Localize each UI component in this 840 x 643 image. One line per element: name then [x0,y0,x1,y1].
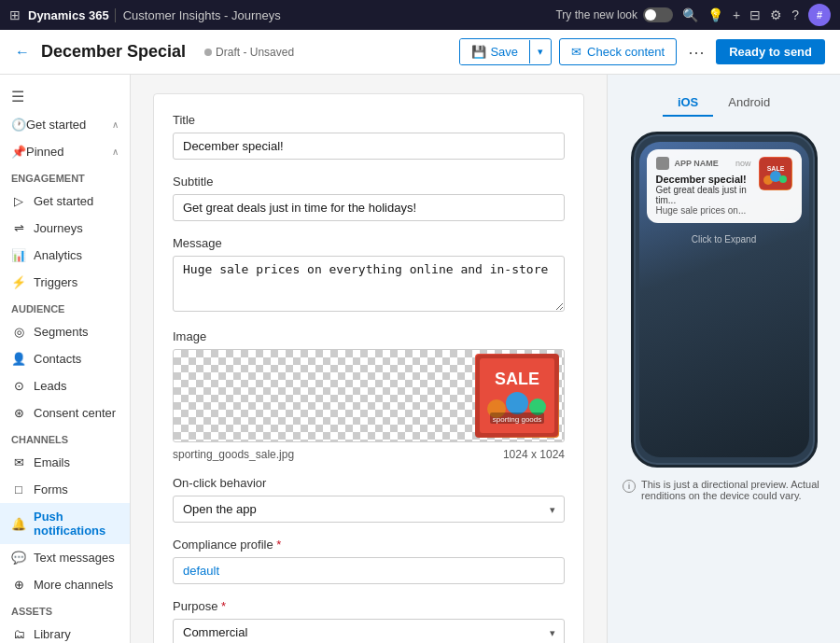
sidebar-item-segments[interactable]: ◎ Segments [0,318,130,345]
library-icon: 🗂 [11,627,26,641]
status-indicator [204,49,212,56]
forms-icon: □ [11,482,26,496]
sidebar-item-pinned[interactable]: 📌 Pinned ∧ [0,138,130,165]
form-area: Title Subtitle Message Huge sale prices … [131,75,607,643]
more-options-button[interactable]: ⋯ [684,42,708,63]
notif-app-row: APP NAME now [656,157,751,170]
tab-android[interactable]: Android [713,90,785,117]
sidebar-item-consent-center[interactable]: ⊛ Consent center [0,399,130,426]
pinned-icon: 📌 [11,145,26,159]
svg-text:SALE: SALE [766,165,784,172]
save-dropdown-button[interactable]: ▾ [529,40,551,63]
image-group: Image SALE sportin [173,329,565,461]
subtitle-input[interactable] [173,194,565,221]
check-icon: ✉ [571,45,581,59]
save-button-group: 💾 Save ▾ [459,38,552,65]
subtitle-group: Subtitle [173,175,565,221]
avatar[interactable]: # [808,4,831,26]
search-icon[interactable]: 🔍 [682,7,698,22]
sidebar-item-get-started[interactable]: ▷ Get started [0,188,130,215]
form-card: Title Subtitle Message Huge sale prices … [153,93,584,643]
notif-app-icon [656,157,669,170]
secondary-toolbar: ← December Special Draft - Unsaved 💾 Sav… [0,30,840,75]
check-content-label: Check content [587,45,665,59]
phone-mockup: APP NAME now December special! Get great… [631,132,818,468]
journeys-icon: ⇌ [11,221,26,235]
toggle-switch[interactable] [643,7,673,22]
tab-ios[interactable]: iOS [663,90,713,117]
image-area[interactable]: SALE sporting goods [173,349,565,442]
engagement-section-label: Engagement [0,165,130,188]
sidebar-item-library[interactable]: 🗂 Library [0,621,130,643]
triggers-icon: ⚡ [11,275,26,289]
segments-label: Segments [34,325,89,339]
journeys-label: Journeys [34,221,83,235]
sidebar-item-leads[interactable]: ⊙ Leads [0,372,130,399]
onclick-select[interactable]: Open the app [173,496,565,523]
draft-status: Draft - Unsaved [204,46,294,59]
onclick-select-wrapper: Open the app ▾ [173,496,565,523]
page-title: December Special [41,42,186,62]
recent-icon: 🕐 [11,118,26,132]
text-messages-label: Text messages [34,551,115,565]
onclick-group: On-click behavior Open the app ▾ [173,476,565,523]
message-textarea[interactable]: Huge sale prices on everything online an… [173,256,565,312]
new-look-toggle[interactable]: Try the new look [555,7,673,22]
settings-icon[interactable]: ⚙ [770,7,782,22]
sidebar-item-text-messages[interactable]: 💬 Text messages [0,544,130,571]
sidebar-item-more-channels[interactable]: ⊕ More channels [0,571,130,598]
recent-expand-icon: ∧ [112,119,119,130]
sidebar-item-push-notifications[interactable]: 🔔 Push notifications [0,503,130,544]
notif-time: now [735,159,751,168]
expand-label: Click to Expand [639,231,809,248]
purpose-required: * [221,599,226,613]
back-button[interactable]: ← [15,44,30,61]
sidebar-item-analytics[interactable]: 📊 Analytics [0,242,130,269]
check-content-button[interactable]: ✉ Check content [559,38,677,65]
apps-icon[interactable]: ⊞ [9,7,21,22]
contacts-label: Contacts [34,352,81,366]
emails-label: Emails [34,455,70,469]
sale-image: SALE sporting goods [475,354,559,438]
plus-icon[interactable]: + [733,7,740,22]
push-notifications-icon: 🔔 [11,517,26,531]
image-overlay: SALE sporting goods [470,350,564,441]
preview-panel: iOS Android APP NAME now December specia… [607,75,840,643]
filter-icon[interactable]: ⊟ [749,7,761,22]
ready-to-send-button[interactable]: Ready to send [716,39,825,64]
svg-point-4 [506,392,528,414]
sale-image-svg: SALE sporting goods [476,355,558,437]
new-look-label: Try the new look [555,8,637,21]
hamburger-icon[interactable]: ☰ [0,82,130,111]
toolbar-actions: 💾 Save ▾ ✉ Check content ⋯ Ready to send [459,38,825,65]
channels-section-label: Channels [0,426,130,449]
get-started-icon: ▷ [11,194,26,208]
purpose-group: Purpose * Commercial ▾ [173,599,565,643]
sidebar-item-forms[interactable]: □ Forms [0,476,130,503]
main-layout: ☰ 🕐 Get started ∧ 📌 Pinned ∧ Engagement … [0,75,840,643]
sidebar-item-emails[interactable]: ✉ Emails [0,449,130,476]
compliance-input[interactable] [173,557,565,584]
status-text: Draft - Unsaved [216,46,294,59]
topbar: ⊞ Dynamics 365 Customer Insights - Journ… [0,0,840,30]
preview-note-text: This is just a directional preview. Actu… [641,479,825,501]
help-icon[interactable]: ? [791,7,799,22]
sidebar-item-recent[interactable]: 🕐 Get started ∧ [0,111,130,138]
more-channels-icon: ⊕ [11,578,26,592]
sidebar-item-triggers[interactable]: ⚡ Triggers [0,269,130,296]
title-input[interactable] [173,133,565,160]
onclick-label: On-click behavior [173,476,565,490]
lightbulb-icon[interactable]: 💡 [707,7,723,22]
sidebar: ☰ 🕐 Get started ∧ 📌 Pinned ∧ Engagement … [0,75,131,643]
notif-thumbnail-svg: SALE [760,158,791,189]
purpose-select[interactable]: Commercial [173,619,565,643]
subtitle-label: Subtitle [173,175,565,189]
sidebar-item-contacts[interactable]: 👤 Contacts [0,345,130,372]
notif-thumbnail: SALE [759,157,792,190]
save-button[interactable]: 💾 Save [460,39,529,64]
sidebar-item-journeys[interactable]: ⇌ Journeys [0,215,130,242]
notification-card: APP NAME now December special! Get great… [647,149,802,223]
notif-app-name: APP NAME [675,159,730,168]
svg-point-12 [779,175,787,183]
library-label: Library [34,627,71,641]
